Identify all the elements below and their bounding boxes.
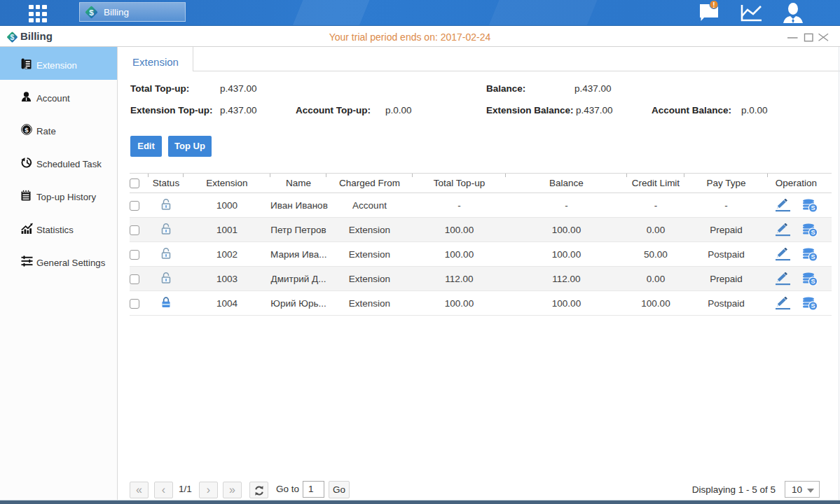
svg-text:$: $ (89, 8, 94, 17)
svg-text:!: ! (712, 1, 715, 9)
svg-text:$: $ (25, 126, 29, 134)
